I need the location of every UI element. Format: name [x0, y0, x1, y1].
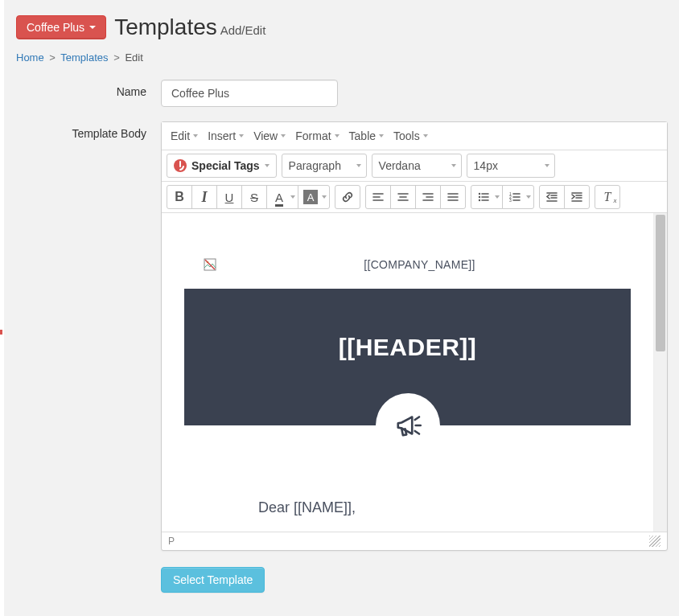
- company-name-placeholder: [[COMPANY_NAME]]: [228, 258, 611, 271]
- chevron-down-icon: [335, 134, 340, 138]
- link-icon: [341, 191, 354, 203]
- menu-tools[interactable]: Tools: [389, 125, 432, 146]
- italic-button[interactable]: I: [191, 185, 217, 209]
- align-left-button[interactable]: [365, 185, 391, 209]
- chevron-down-icon: [451, 164, 456, 167]
- body-label: Template Body: [16, 121, 161, 140]
- name-input[interactable]: [161, 80, 338, 107]
- strikethrough-icon: S: [250, 191, 258, 203]
- clear-formatting-icon: Tx: [604, 190, 611, 204]
- chevron-down-icon: [239, 134, 244, 138]
- editor-canvas[interactable]: [[COMPANY_NAME]] [[HEADER]] Dear [[NAM: [162, 213, 653, 532]
- align-justify-button[interactable]: [440, 185, 466, 209]
- clear-formatting-button[interactable]: Tx: [595, 185, 620, 209]
- menu-format[interactable]: Format: [291, 125, 343, 146]
- breadcrumb: Home > Templates > Edit: [16, 51, 674, 64]
- page-title: Templates: [114, 14, 217, 39]
- svg-point-14: [479, 199, 480, 201]
- editor-menubar: Edit Insert View Format Table Tools: [162, 122, 667, 150]
- outdent-button[interactable]: [539, 185, 565, 209]
- page-subtitle: Add/Edit: [220, 23, 266, 37]
- editor-toolbar-row-1: Special Tags Paragraph Verdana 14px: [162, 150, 667, 182]
- resize-handle[interactable]: [649, 536, 660, 547]
- page-header: Coffee Plus Templates Add/Edit: [16, 14, 674, 40]
- greeting-text: Dear [[NAME]],: [184, 499, 631, 516]
- menu-view[interactable]: View: [249, 125, 290, 146]
- align-right-button[interactable]: [415, 185, 441, 209]
- indent-button[interactable]: [564, 185, 590, 209]
- text-color-icon: A: [275, 191, 283, 204]
- select-template-button[interactable]: Select Template: [161, 567, 265, 593]
- editor-toolbar-row-2: B I U S A A: [162, 182, 667, 213]
- header-placeholder: [[HEADER]]: [192, 334, 623, 361]
- font-family-select[interactable]: Verdana: [372, 154, 462, 178]
- text-color-button[interactable]: A: [266, 185, 298, 209]
- breadcrumb-current: Edit: [125, 51, 142, 64]
- breadcrumb-sep: >: [113, 51, 120, 64]
- align-right-icon: [422, 191, 434, 203]
- align-center-icon: [397, 191, 409, 203]
- site-selector-label: Coffee Plus: [27, 21, 84, 34]
- block-format-select[interactable]: Paragraph: [282, 154, 367, 178]
- svg-text:3: 3: [509, 198, 512, 203]
- name-label: Name: [16, 80, 161, 98]
- menu-insert[interactable]: Insert: [204, 125, 248, 146]
- italic-icon: I: [201, 190, 207, 204]
- chevron-down-icon: [265, 164, 270, 167]
- scrollbar-thumb[interactable]: [656, 215, 665, 351]
- megaphone-icon: [391, 409, 425, 442]
- underline-button[interactable]: U: [216, 185, 242, 209]
- status-path[interactable]: P: [168, 536, 175, 547]
- font-size-select[interactable]: 14px: [467, 154, 555, 178]
- outdent-icon: [545, 191, 558, 203]
- align-left-icon: [372, 191, 385, 203]
- site-selector-button[interactable]: Coffee Plus: [16, 15, 106, 39]
- insert-link-button[interactable]: [335, 185, 360, 209]
- rich-text-editor: Edit Insert View Format Table Tools Spec…: [161, 121, 668, 551]
- page-title-wrap: Templates Add/Edit: [114, 14, 265, 40]
- chevron-down-icon: [193, 134, 198, 138]
- bold-icon: B: [175, 191, 184, 203]
- underline-icon: U: [225, 191, 234, 203]
- bold-button[interactable]: B: [167, 185, 192, 209]
- bullet-list-icon: [477, 191, 490, 203]
- chevron-down-icon: [281, 134, 286, 138]
- numbered-list-button[interactable]: 123: [502, 185, 534, 209]
- chevron-down-icon: [379, 134, 384, 138]
- svg-point-13: [479, 196, 480, 198]
- align-center-button[interactable]: [390, 185, 416, 209]
- indent-icon: [570, 191, 583, 203]
- align-justify-icon: [446, 191, 459, 203]
- background-color-button[interactable]: A: [298, 185, 330, 209]
- svg-point-12: [479, 193, 480, 195]
- menu-edit[interactable]: Edit: [167, 125, 202, 146]
- editor-statusbar: P: [162, 532, 667, 550]
- breadcrumb-home[interactable]: Home: [16, 51, 44, 64]
- chevron-down-icon: [423, 134, 428, 138]
- numbered-list-icon: 123: [508, 191, 521, 203]
- chevron-down-icon: [545, 164, 549, 167]
- strikethrough-button[interactable]: S: [241, 185, 267, 209]
- email-hero: [[HEADER]]: [184, 289, 631, 425]
- background-color-icon: A: [303, 190, 318, 204]
- menu-table[interactable]: Table: [345, 125, 388, 146]
- megaphone-badge: [376, 393, 440, 458]
- chevron-down-icon: [356, 164, 361, 167]
- special-tags-button[interactable]: Special Tags: [167, 154, 277, 178]
- broken-image-icon: [204, 258, 216, 271]
- bullet-list-button[interactable]: [471, 185, 503, 209]
- breadcrumb-sep: >: [49, 51, 56, 64]
- caret-down-icon: [89, 26, 96, 29]
- editor-scrollbar[interactable]: [653, 213, 667, 532]
- tag-icon: [174, 159, 187, 172]
- breadcrumb-templates[interactable]: Templates: [60, 51, 108, 64]
